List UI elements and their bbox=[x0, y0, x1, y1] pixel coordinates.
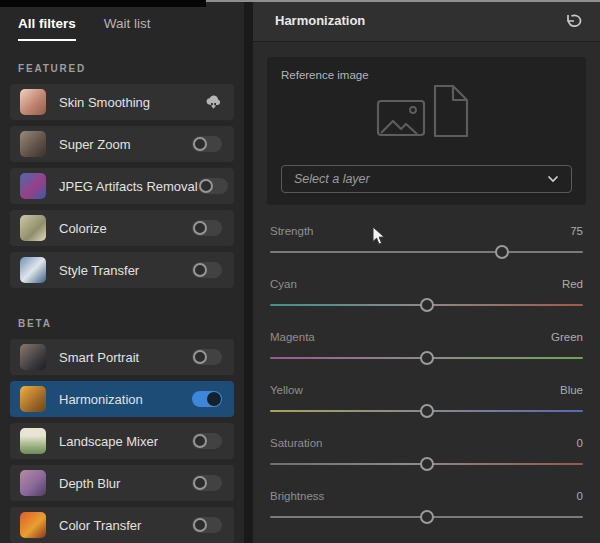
filter-thumbnail bbox=[20, 215, 46, 241]
neural-filters-panel: All filters Wait list FEATURED Skin Smoo… bbox=[0, 0, 600, 543]
reference-image-label: Reference image bbox=[281, 69, 572, 81]
filter-toggle[interactable] bbox=[192, 391, 222, 407]
filter-thumbnail bbox=[20, 257, 46, 283]
slider-track[interactable] bbox=[270, 251, 583, 253]
slider-magenta-green: Magenta Green bbox=[270, 331, 583, 359]
slider-label: Strength bbox=[270, 225, 313, 237]
slider-knob[interactable] bbox=[420, 457, 434, 471]
filter-label: Harmonization bbox=[59, 392, 192, 407]
filter-thumbnail bbox=[20, 512, 46, 538]
image-icon bbox=[378, 101, 424, 135]
filter-row-style-transfer[interactable]: Style Transfer bbox=[10, 252, 234, 288]
reset-button[interactable] bbox=[562, 11, 584, 31]
slider-track[interactable] bbox=[270, 304, 583, 306]
section-title-beta: BETA bbox=[18, 318, 244, 329]
filter-toggle[interactable] bbox=[192, 433, 222, 449]
slider-yellow-blue: Yellow Blue bbox=[270, 384, 583, 412]
slider-knob[interactable] bbox=[495, 245, 509, 259]
chevron-down-icon bbox=[547, 175, 559, 183]
filter-row-skin-smoothing[interactable]: Skin Smoothing bbox=[10, 84, 234, 120]
filter-row-harmonization[interactable]: Harmonization bbox=[10, 381, 234, 417]
slider-group: Strength 75 Cyan Red Magenta bbox=[253, 205, 600, 518]
slider-value: Green bbox=[551, 331, 583, 343]
filter-toggle[interactable] bbox=[192, 220, 222, 236]
filter-label: Landscape Mixer bbox=[59, 434, 192, 449]
filter-thumbnail bbox=[20, 173, 46, 199]
reset-undo-icon bbox=[564, 13, 582, 29]
filter-toggle[interactable] bbox=[192, 517, 222, 533]
filters-list-panel: All filters Wait list FEATURED Skin Smoo… bbox=[0, 0, 244, 543]
slider-label: Magenta bbox=[270, 331, 315, 343]
slider-knob[interactable] bbox=[420, 298, 434, 312]
filter-thumbnail bbox=[20, 131, 46, 157]
filter-thumbnail bbox=[20, 89, 46, 115]
filter-label: Colorize bbox=[59, 221, 192, 236]
cloud-download-icon[interactable] bbox=[205, 95, 222, 110]
top-cropped-bar bbox=[0, 0, 206, 7]
filter-label: Depth Blur bbox=[59, 476, 192, 491]
slider-value: 0 bbox=[577, 437, 583, 449]
slider-track[interactable] bbox=[270, 516, 583, 518]
slider-track[interactable] bbox=[270, 463, 583, 465]
filter-label: Super Zoom bbox=[59, 137, 192, 152]
window-top-edge bbox=[206, 0, 600, 2]
detail-title: Harmonization bbox=[275, 13, 365, 28]
filter-label: Smart Portrait bbox=[59, 350, 192, 365]
filter-toggle[interactable] bbox=[192, 262, 222, 278]
filter-label: JPEG Artifacts Removal bbox=[59, 179, 198, 194]
slider-value: 0 bbox=[577, 490, 583, 502]
reference-placeholder bbox=[281, 83, 572, 141]
slider-cyan-red: Cyan Red bbox=[270, 278, 583, 306]
filter-row-super-zoom[interactable]: Super Zoom bbox=[10, 126, 234, 162]
slider-track[interactable] bbox=[270, 357, 583, 359]
filter-toggle[interactable] bbox=[192, 136, 222, 152]
slider-label: Brightness bbox=[270, 490, 324, 502]
slider-label: Saturation bbox=[270, 437, 322, 449]
panel-divider bbox=[244, 0, 253, 543]
slider-saturation: Saturation 0 bbox=[270, 437, 583, 465]
filter-toggle[interactable] bbox=[192, 349, 222, 365]
dropdown-placeholder: Select a layer bbox=[294, 172, 370, 186]
slider-knob[interactable] bbox=[420, 510, 434, 524]
reference-image-card: Reference image Select a layer bbox=[267, 57, 586, 205]
filter-row-color-transfer[interactable]: Color Transfer bbox=[10, 507, 234, 543]
tab-wait-list[interactable]: Wait list bbox=[104, 16, 151, 41]
filter-row-smart-portrait[interactable]: Smart Portrait bbox=[10, 339, 234, 375]
document-icon bbox=[435, 86, 467, 136]
filter-label: Style Transfer bbox=[59, 263, 192, 278]
filter-thumbnail bbox=[20, 386, 46, 412]
slider-track[interactable] bbox=[270, 410, 583, 412]
filter-thumbnail bbox=[20, 470, 46, 496]
detail-header: Harmonization bbox=[253, 0, 600, 42]
slider-value: 75 bbox=[570, 225, 583, 237]
filter-row-depth-blur[interactable]: Depth Blur bbox=[10, 465, 234, 501]
slider-brightness: Brightness 0 bbox=[270, 490, 583, 518]
slider-label: Cyan bbox=[270, 278, 297, 290]
filter-toggle[interactable] bbox=[192, 475, 222, 491]
tab-all-filters[interactable]: All filters bbox=[18, 16, 76, 41]
section-title-featured: FEATURED bbox=[18, 63, 244, 74]
filter-row-jpeg-artifacts-removal[interactable]: JPEG Artifacts Removal bbox=[10, 168, 234, 204]
slider-strength: Strength 75 bbox=[270, 225, 583, 253]
filter-thumbnail bbox=[20, 344, 46, 370]
filter-label: Color Transfer bbox=[59, 518, 192, 533]
slider-value: Red bbox=[562, 278, 583, 290]
filter-row-colorize[interactable]: Colorize bbox=[10, 210, 234, 246]
slider-value: Blue bbox=[560, 384, 583, 396]
slider-label: Yellow bbox=[270, 384, 303, 396]
filter-thumbnail bbox=[20, 428, 46, 454]
filter-toggle[interactable] bbox=[198, 178, 228, 194]
select-layer-dropdown[interactable]: Select a layer bbox=[281, 165, 572, 193]
filter-label: Skin Smoothing bbox=[59, 95, 192, 110]
slider-knob[interactable] bbox=[420, 404, 434, 418]
filter-row-landscape-mixer[interactable]: Landscape Mixer bbox=[10, 423, 234, 459]
filter-detail-panel: Harmonization Reference image bbox=[253, 0, 600, 543]
slider-knob[interactable] bbox=[420, 351, 434, 365]
